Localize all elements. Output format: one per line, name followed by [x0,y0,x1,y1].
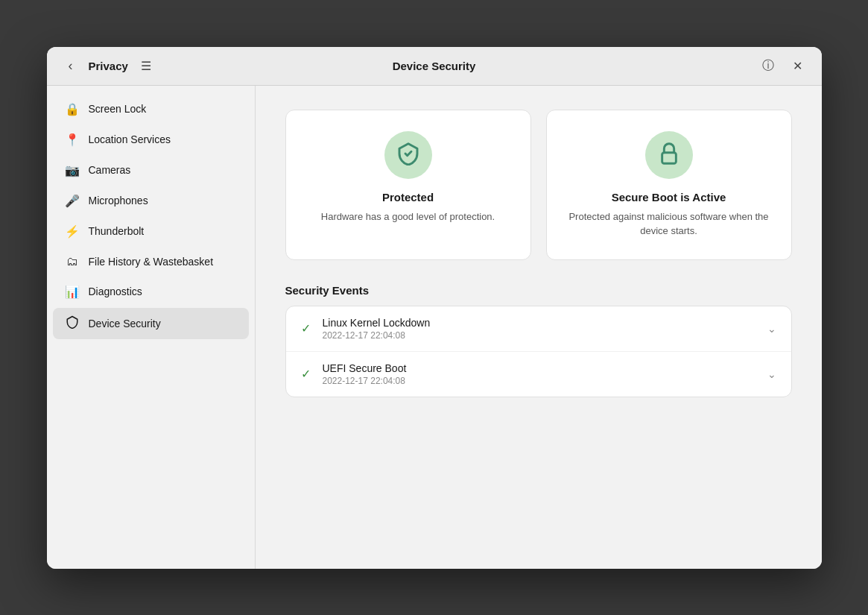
sidebar-item-microphones[interactable]: 🎤 Microphones [53,186,249,215]
event-item-uefi-secure-boot[interactable]: ✓ UEFI Secure Boot 2022-12-17 22:04:08 ⌄ [286,352,791,397]
events-list: ✓ Linux Kernel Lockdown 2022-12-17 22:04… [285,306,792,397]
chevron-down-icon: ⌄ [767,368,776,380]
sidebar-item-label: File History & Wastebasket [89,256,214,268]
sidebar-item-label: Microphones [89,195,148,206]
diagnostics-icon: 📊 [65,285,80,299]
sidebar-item-label: Device Security [89,318,161,329]
sidebar-item-file-history[interactable]: 🗂 File History & Wastebasket [53,247,249,276]
app-window: ‹ Privacy ☰ Device Security ⓘ ✕ 🔒 Screen… [47,47,822,569]
sidebar-item-label: Thunderbolt [89,225,145,237]
microphones-icon: 🎤 [65,194,80,208]
secure-boot-card-icon-bg [645,131,693,179]
protected-card: Protected Hardware has a good level of p… [285,110,531,260]
device-security-icon [65,315,80,332]
protected-card-title: Protected [382,191,434,204]
secure-boot-card-title: Secure Boot is Active [612,191,726,204]
event-check-icon: ✓ [301,367,311,381]
cards-row: Protected Hardware has a good level of p… [285,110,792,260]
svg-rect-0 [662,152,676,163]
sidebar-item-location-services[interactable]: 📍 Location Services [53,125,249,154]
security-events-title: Security Events [285,284,792,297]
sidebar-item-label: Location Services [89,133,171,145]
file-history-icon: 🗂 [65,255,80,268]
event-name: Linux Kernel Lockdown [323,317,767,329]
event-info: UEFI Secure Boot 2022-12-17 22:04:08 [323,362,767,386]
location-services-icon: 📍 [65,133,80,147]
close-button[interactable]: ✕ [786,54,810,78]
cameras-icon: 📷 [65,163,80,177]
sidebar-item-device-security[interactable]: Device Security [53,308,249,339]
back-button[interactable]: ‹ [59,54,83,78]
event-name: UEFI Secure Boot [323,362,767,374]
shield-icon [396,142,420,168]
titlebar-right: ⓘ ✕ [646,54,810,78]
event-item-linux-kernel[interactable]: ✓ Linux Kernel Lockdown 2022-12-17 22:04… [286,306,791,352]
page-title: Device Security [223,60,646,72]
protected-card-icon-bg [384,131,432,179]
event-check-icon: ✓ [301,321,311,335]
protected-card-desc: Hardware has a good level of protection. [321,209,495,224]
event-info: Linux Kernel Lockdown 2022-12-17 22:04:0… [323,317,767,341]
sidebar-item-label: Cameras [89,164,131,176]
event-date: 2022-12-17 22:04:08 [323,376,767,386]
info-button[interactable]: ⓘ [756,54,780,78]
sidebar: 🔒 Screen Lock 📍 Location Services 📷 Came… [47,86,256,569]
secure-boot-card-desc: Protected against malicious software whe… [565,209,773,239]
info-icon: ⓘ [762,58,774,74]
thunderbolt-icon: ⚡ [65,224,80,239]
sidebar-item-label: Screen Lock [89,103,147,115]
sidebar-item-diagnostics[interactable]: 📊 Diagnostics [53,277,249,306]
sidebar-item-cameras[interactable]: 📷 Cameras [53,156,249,185]
titlebar-left: ‹ Privacy ☰ [59,54,223,78]
sidebar-item-thunderbolt[interactable]: ⚡ Thunderbolt [53,217,249,246]
main-content: Protected Hardware has a good level of p… [256,86,822,569]
lock-icon [657,142,681,168]
chevron-down-icon: ⌄ [767,323,776,335]
content-area: 🔒 Screen Lock 📍 Location Services 📷 Came… [47,86,822,569]
menu-icon: ☰ [141,59,151,73]
secure-boot-card: Secure Boot is Active Protected against … [546,110,792,260]
sidebar-item-screen-lock[interactable]: 🔒 Screen Lock [53,95,249,124]
sidebar-item-label: Diagnostics [89,286,142,297]
sidebar-title: Privacy [89,60,128,72]
close-icon: ✕ [793,59,802,73]
screen-lock-icon: 🔒 [65,102,80,116]
menu-button[interactable]: ☰ [134,54,158,78]
titlebar: ‹ Privacy ☰ Device Security ⓘ ✕ [47,47,822,86]
back-icon: ‹ [69,58,73,74]
event-date: 2022-12-17 22:04:08 [323,330,767,341]
